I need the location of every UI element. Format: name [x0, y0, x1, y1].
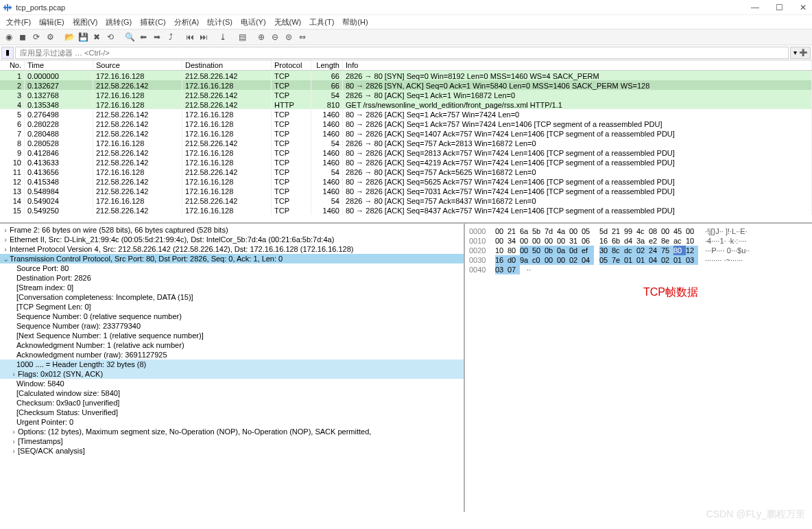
hex-row[interactable]: 00100034000000003106 166bd43ae28eac10·4·…	[469, 236, 808, 246]
tree-field[interactable]: Destination Port: 2826	[0, 273, 464, 283]
tree-field[interactable]: [Calculated window size: 5840]	[0, 388, 464, 398]
title-bar: tcp_ports.pcap — ☐ ✕	[0, 0, 812, 15]
hex-row[interactable]: 0020108000500b0a0def 308cdc0224758012···…	[469, 246, 808, 255]
packet-row[interactable]: 120.415348212.58.226.142172.16.16.128TCP…	[0, 176, 812, 186]
tree-field[interactable]: Checksum: 0x9ac0 [unverified]	[0, 398, 464, 408]
open-icon[interactable]: 📂	[63, 31, 75, 43]
tree-frame[interactable]: ›Frame 2: 66 bytes on wire (528 bits), 6…	[0, 225, 464, 235]
tree-field[interactable]: [Next Sequence Number: 1 (relative seque…	[0, 331, 464, 340]
packet-row[interactable]: 40.135348172.16.16.128212.58.226.142HTTP…	[0, 99, 812, 109]
find-icon[interactable]: 🔍	[123, 31, 136, 43]
tree-field[interactable]: 1000 .... = Header Length: 32 bytes (8)	[0, 360, 464, 369]
packet-row[interactable]: 50.276498212.58.226.142172.16.16.128TCP1…	[0, 109, 812, 119]
menu-item[interactable]: 工具(T)	[306, 16, 337, 28]
tree-field[interactable]: [TCP Segment Len: 0]	[0, 302, 464, 311]
tree-seqack[interactable]: ›[SEQ/ACK analysis]	[0, 446, 464, 456]
tree-ethernet[interactable]: ›Ethernet II, Src: D-Link_21:99:4c (00:0…	[0, 235, 464, 244]
menu-item[interactable]: 电话(Y)	[237, 16, 270, 28]
autoscroll-icon[interactable]: ⤓	[217, 31, 229, 43]
menu-item[interactable]: 统计(S)	[204, 16, 236, 28]
tree-field[interactable]: Source Port: 80	[0, 263, 464, 273]
tree-field[interactable]: Window: 5840	[0, 379, 464, 388]
packet-row[interactable]: 80.280528172.16.16.128212.58.226.142TCP5…	[0, 138, 812, 148]
start-capture-icon[interactable]: ◉	[3, 31, 15, 43]
menu-item[interactable]: 视图(V)	[69, 16, 102, 28]
stop-capture-icon[interactable]: ◼	[16, 31, 29, 43]
tree-field[interactable]: Acknowledgment Number: 1 (relative ack n…	[0, 340, 464, 350]
jump-icon[interactable]: ⤴	[165, 31, 177, 43]
packet-row[interactable]: 150.549250212.58.226.142172.16.16.128TCP…	[0, 205, 812, 215]
zoom-in-icon[interactable]: ⊕	[255, 31, 267, 43]
filter-apply-button[interactable]: ▾ ➕	[790, 47, 811, 59]
tree-field[interactable]: [Checksum Status: Unverified]	[0, 408, 464, 417]
close-file-icon[interactable]: ✖	[91, 31, 103, 43]
hex-row[interactable]: 000000216a5b7d4a0005 5d21994c08004500·!j…	[469, 226, 808, 236]
svg-rect-1	[5, 5, 6, 10]
packet-row[interactable]: 100.413633212.58.226.142172.16.16.128TCP…	[0, 157, 812, 167]
menu-item[interactable]: 文件(F)	[3, 16, 34, 28]
hex-annotation: TCP帧数据	[643, 285, 698, 300]
maximize-button[interactable]: ☐	[776, 3, 783, 12]
col-no[interactable]: No.	[0, 60, 25, 70]
packet-row[interactable]: 130.548984212.58.226.142172.16.16.128TCP…	[0, 186, 812, 196]
reload-icon[interactable]: ⟲	[104, 31, 117, 43]
filter-bookmark-icon[interactable]: ▮	[1, 47, 14, 59]
packet-row[interactable]: 60.280228212.58.226.142172.16.16.128TCP1…	[0, 119, 812, 128]
tree-options[interactable]: ›Options: (12 bytes), Maximum segment si…	[0, 427, 464, 436]
packet-details-pane[interactable]: ›Frame 2: 66 bytes on wire (528 bits), 6…	[0, 224, 465, 512]
menu-item[interactable]: 帮助(H)	[339, 16, 371, 28]
col-source[interactable]: Source	[93, 60, 182, 70]
tree-timestamps[interactable]: ›[Timestamps]	[0, 436, 464, 446]
window-title: tcp_ports.pcap	[16, 3, 751, 12]
menu-item[interactable]: 编辑(E)	[36, 16, 68, 28]
col-protocol[interactable]: Protocol	[272, 60, 311, 70]
col-destination[interactable]: Destination	[182, 60, 272, 70]
packet-list-pane[interactable]: No. Time Source Destination Protocol Len…	[0, 60, 812, 224]
packet-list-header: No. Time Source Destination Protocol Len…	[0, 60, 812, 71]
colorize-icon[interactable]: ▤	[236, 31, 248, 43]
save-icon[interactable]: 💾	[77, 31, 89, 43]
packet-row[interactable]: 110.413656172.16.16.128212.58.226.142TCP…	[0, 167, 812, 176]
hex-row[interactable]: 003016d09ac000000204 057e010104020103···…	[469, 255, 808, 265]
packet-row[interactable]: 90.412846212.58.226.142172.16.16.128TCP1…	[0, 148, 812, 157]
window-controls: — ☐ ✕	[751, 3, 807, 12]
next-icon[interactable]: ➡	[151, 31, 163, 43]
col-info[interactable]: Info	[343, 60, 812, 70]
tree-field[interactable]: [Conversation completeness: Incomplete, …	[0, 292, 464, 302]
packet-row[interactable]: 70.280488212.58.226.142172.16.16.128TCP1…	[0, 128, 812, 138]
resize-columns-icon[interactable]: ⇔	[296, 31, 309, 43]
menu-item[interactable]: 跳转(G)	[102, 16, 135, 28]
close-button[interactable]: ✕	[800, 3, 807, 12]
packet-row[interactable]: 20.132627212.58.226.142172.16.16.128TCP6…	[0, 80, 812, 90]
prev-icon[interactable]: ⬅	[137, 31, 150, 43]
tree-ip[interactable]: ›Internet Protocol Version 4, Src: 212.5…	[0, 244, 464, 254]
first-icon[interactable]: ⏮	[184, 31, 196, 43]
packet-bytes-pane[interactable]: 000000216a5b7d4a0005 5d21994c08004500·!j…	[465, 224, 812, 512]
zoom-reset-icon[interactable]: ⊜	[283, 31, 295, 43]
menu-item[interactable]: 捕获(C)	[136, 16, 169, 28]
app-icon	[3, 3, 12, 12]
tree-field[interactable]: Sequence Number (raw): 233779340	[0, 321, 464, 331]
display-filter-input[interactable]	[15, 47, 789, 59]
menu-item[interactable]: 分析(A)	[171, 16, 203, 28]
tree-field[interactable]: Sequence Number: 0 (relative sequence nu…	[0, 311, 464, 321]
menu-item[interactable]: 无线(W)	[271, 16, 305, 28]
tree-flags[interactable]: ›Flags: 0x012 (SYN, ACK)	[0, 369, 464, 379]
tree-field[interactable]: Urgent Pointer: 0	[0, 417, 464, 427]
packet-row[interactable]: 10.000000172.16.16.128212.58.226.142TCP6…	[0, 71, 812, 80]
tree-field[interactable]: Acknowledgment number (raw): 3691127925	[0, 350, 464, 360]
zoom-out-icon[interactable]: ⊖	[269, 31, 281, 43]
packet-row[interactable]: 140.549024172.16.16.128212.58.226.142TCP…	[0, 196, 812, 205]
tree-field[interactable]: [Stream index: 0]	[0, 283, 464, 292]
hex-row[interactable]: 00400307··	[469, 265, 808, 274]
tree-tcp[interactable]: ⌄Transmission Control Protocol, Src Port…	[0, 254, 464, 263]
col-time[interactable]: Time	[25, 60, 93, 70]
svg-rect-2	[7, 3, 8, 11]
minimize-button[interactable]: —	[751, 3, 759, 12]
restart-capture-icon[interactable]: ⟳	[30, 31, 43, 43]
toolbar: ◉ ◼ ⟳ ⚙ 📂 💾 ✖ ⟲ 🔍 ⬅ ➡ ⤴ ⏮ ⏭ ⤓ ▤ ⊕ ⊖ ⊜ ⇔	[0, 29, 812, 45]
packet-row[interactable]: 30.132768172.16.16.128212.58.226.142TCP5…	[0, 90, 812, 99]
col-length[interactable]: Length	[311, 60, 343, 70]
options-icon[interactable]: ⚙	[44, 31, 56, 43]
last-icon[interactable]: ⏭	[198, 31, 210, 43]
